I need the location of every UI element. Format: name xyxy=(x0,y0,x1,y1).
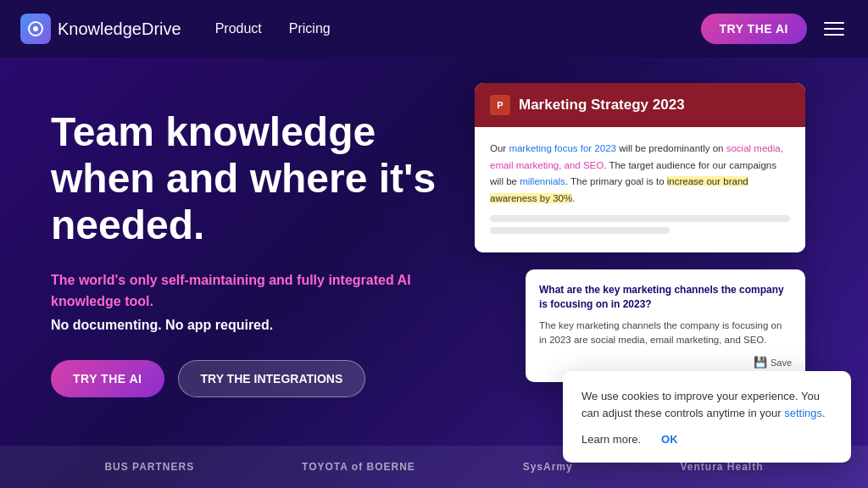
logo-bus-partners: BUS PARTNERS xyxy=(104,461,194,473)
nav-pricing[interactable]: Pricing xyxy=(289,21,331,36)
cookie-learn-more-link[interactable]: Learn more. xyxy=(581,433,641,446)
logo-icon xyxy=(20,14,51,44)
hamburger-line-2 xyxy=(824,28,844,30)
logo-text: KnowledgeDrive xyxy=(58,19,181,39)
navbar: KnowledgeDrive Product Pricing TRY THE A… xyxy=(0,0,868,58)
presentation-card-header: P Marketing Strategy 2023 xyxy=(475,83,805,127)
logo[interactable]: KnowledgeDrive xyxy=(20,14,181,44)
qa-save-area: 💾 Save xyxy=(539,356,792,369)
qa-question: What are the key marketing channels the … xyxy=(539,283,792,312)
powerpoint-icon: P xyxy=(490,95,510,115)
qa-card: What are the key marketing channels the … xyxy=(526,269,805,382)
cookie-actions: Learn more. OK xyxy=(581,433,832,446)
hamburger-menu-button[interactable] xyxy=(821,19,848,39)
presentation-card-title: Marketing Strategy 2023 xyxy=(519,97,685,114)
nav-right: TRY THE AI xyxy=(701,14,849,44)
hero-subtext-2: No documenting. No app required. xyxy=(51,318,475,333)
nav-links: Product Pricing xyxy=(215,21,701,36)
qa-answer: The key marketing channels the company i… xyxy=(539,319,792,348)
hero-buttons: TRY THE AI TRY THE INTEGRATIONS xyxy=(51,360,475,397)
hero-subtext-1: The world's only self-maintaining and fu… xyxy=(51,269,475,313)
nav-try-ai-button[interactable]: TRY THE AI xyxy=(701,14,808,44)
nav-product[interactable]: Product xyxy=(215,21,262,36)
presentation-card-text: Our marketing focus for 2023 will be pre… xyxy=(490,141,790,207)
presentation-card: P Marketing Strategy 2023 Our marketing … xyxy=(475,83,805,252)
logo-ventura: Ventura Health xyxy=(681,461,764,473)
logo-toyota: TOYOTA of BOERNE xyxy=(302,461,415,473)
hamburger-line-3 xyxy=(824,34,844,36)
cookie-text: We use cookies to improve your experienc… xyxy=(581,388,832,421)
presentation-card-body: Our marketing focus for 2023 will be pre… xyxy=(475,127,805,252)
cookie-banner: We use cookies to improve your experienc… xyxy=(563,371,851,463)
cookie-settings-link[interactable]: settings xyxy=(784,407,822,419)
qa-save-label[interactable]: Save xyxy=(771,358,792,368)
svg-point-1 xyxy=(33,26,38,31)
hero-left: Team knowledge when and where it's neede… xyxy=(51,92,475,397)
card-line-1 xyxy=(490,215,790,222)
hamburger-line-1 xyxy=(824,22,844,24)
cookie-ok-button[interactable]: OK xyxy=(661,433,678,446)
logo-sysarmy: SysArmy xyxy=(523,461,573,473)
card-decoration-lines xyxy=(490,215,790,234)
hero-try-ai-button[interactable]: TRY THE AI xyxy=(51,360,164,397)
save-icon: 💾 xyxy=(754,356,767,369)
hero-heading: Team knowledge when and where it's neede… xyxy=(51,108,475,249)
card-line-2 xyxy=(490,227,670,234)
hero-try-integrations-button[interactable]: TRY THE INTEGRATIONS xyxy=(178,360,366,397)
